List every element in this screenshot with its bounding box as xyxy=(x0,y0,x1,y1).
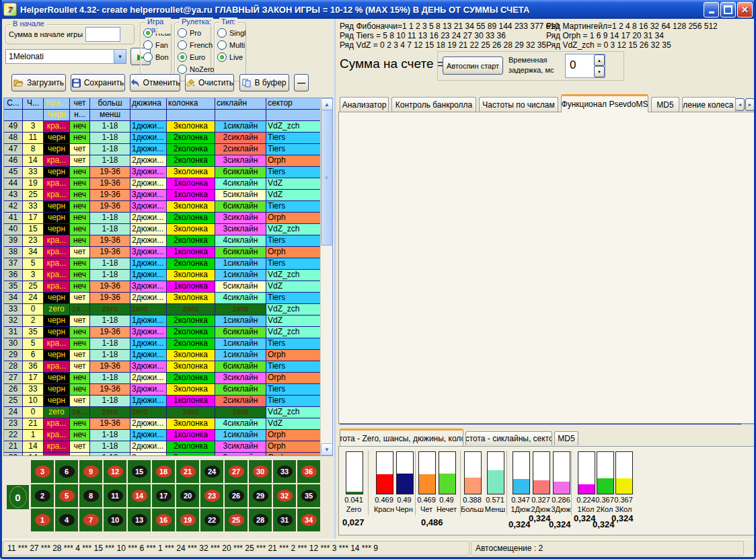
scroll-thumb[interactable]: ≡ xyxy=(321,110,333,246)
board-cell-19[interactable]: 19 xyxy=(176,509,199,531)
table-cell: 21 xyxy=(23,418,44,430)
board-cell-28[interactable]: 28 xyxy=(249,509,272,531)
tab-wheel-division[interactable]: Деление колеса на xyxy=(682,97,736,112)
board-cell-20[interactable]: 20 xyxy=(176,484,199,507)
radio-fan[interactable]: Fan xyxy=(143,39,171,51)
board-cell-2[interactable]: 2 xyxy=(31,484,54,507)
undo-button[interactable]: Отменить xyxy=(130,74,180,91)
freq-tab-md5[interactable]: MD5 xyxy=(554,431,578,445)
board-cell-33[interactable]: 33 xyxy=(273,460,296,483)
save-button[interactable]: Сохранить xyxy=(71,74,125,91)
table-cell: 31 xyxy=(4,327,23,338)
start-sum-input[interactable] xyxy=(85,27,120,42)
board-cell-16[interactable]: 16 xyxy=(152,509,175,531)
board-cell-17[interactable]: 17 xyxy=(152,484,175,507)
table-row: 3135черннеч19-363дюжи...2колонка6сиклайн… xyxy=(4,327,322,338)
tab-bankroll[interactable]: Контроль банкролла xyxy=(391,97,476,112)
load-button[interactable]: Загрузить xyxy=(11,74,66,91)
radio-french[interactable]: French xyxy=(178,39,211,51)
clear-button[interactable]: Очистить xyxy=(185,74,234,91)
board-cell-12[interactable]: 12 xyxy=(104,460,126,483)
copy-buffer-button[interactable]: В буфер xyxy=(239,74,289,91)
spinner-down-button[interactable]: ▼ xyxy=(594,66,605,77)
radio-dot[interactable] xyxy=(217,40,227,50)
tab-md5[interactable]: MD5 xyxy=(651,97,679,112)
maximize-button[interactable] xyxy=(720,2,736,17)
spinner-up-button[interactable]: ▲ xyxy=(594,54,605,66)
freq-tab-zero-chances[interactable]: Частота - Zero, шансы, дюжины, колонки xyxy=(340,428,463,446)
board-cell-0[interactable]: 0 xyxy=(7,485,29,509)
radio-dot[interactable] xyxy=(178,65,187,74)
board-cell-4[interactable]: 4 xyxy=(55,509,78,531)
board-cell-29[interactable]: 29 xyxy=(249,484,272,507)
combo-dropdown-button[interactable]: ▼ xyxy=(114,50,126,63)
radio-dot[interactable] xyxy=(143,40,153,50)
table-cell: 2сиклайн xyxy=(215,133,266,144)
board-cell-10[interactable]: 10 xyxy=(104,509,126,531)
radio-dot[interactable] xyxy=(143,28,153,38)
tab-psevdoms[interactable]: Функционал PsevdoMS xyxy=(561,94,648,112)
spins-table-scrollbar[interactable]: ▲≡▼ xyxy=(320,98,332,455)
table-cell: Tiers xyxy=(266,384,322,396)
table-cell: 19-36 xyxy=(90,201,130,213)
board-cell-1[interactable]: 1 xyxy=(31,509,54,531)
minimize-button[interactable] xyxy=(704,2,719,17)
board-number: 34 xyxy=(301,514,317,526)
board-cell-14[interactable]: 14 xyxy=(128,484,151,507)
radio-dot[interactable] xyxy=(217,28,227,38)
table-cell: 35 xyxy=(4,281,23,293)
table-cell: Tiers xyxy=(266,235,322,247)
preset-combo[interactable]: 1Melonati ▼ xyxy=(5,49,126,64)
board-cell-22[interactable]: 22 xyxy=(200,509,223,531)
radio-bon[interactable]: Bon xyxy=(143,51,171,63)
freq-reference: 0,324 xyxy=(529,513,551,523)
board-cell-30[interactable]: 30 xyxy=(249,460,272,483)
board-cell-36[interactable]: 36 xyxy=(297,460,320,483)
board-cell-34[interactable]: 34 xyxy=(297,509,320,531)
radio-pro[interactable]: Pro xyxy=(178,27,211,39)
radio-dot[interactable] xyxy=(217,52,227,62)
resize-grip[interactable] xyxy=(745,539,754,557)
radio-multi[interactable]: Multi xyxy=(217,39,245,51)
board-cell-11[interactable]: 11 xyxy=(104,484,126,507)
board-cell-5[interactable]: 5 xyxy=(55,484,78,507)
board-cell-31[interactable]: 31 xyxy=(273,509,296,531)
table-cell: 14 xyxy=(23,155,44,167)
board-cell-13[interactable]: 13 xyxy=(128,509,151,531)
board-cell-3[interactable]: 3 xyxy=(31,460,54,483)
tab-freq-numbers[interactable]: Частоты по числам xyxy=(479,97,558,112)
board-cell-25[interactable]: 25 xyxy=(225,509,248,531)
radio-dot[interactable] xyxy=(178,52,187,62)
board-cell-32[interactable]: 32 xyxy=(273,484,296,507)
board-cell-24[interactable]: 24 xyxy=(200,460,223,483)
board-cell-27[interactable]: 27 xyxy=(225,460,248,483)
scroll-down-button[interactable]: ▼ xyxy=(321,443,333,455)
tab-analizator[interactable]: Анализатор xyxy=(340,97,389,112)
delay-spinner[interactable]: 0 ▲ ▼ xyxy=(565,54,605,78)
autospin-button[interactable]: Автоспин старт xyxy=(443,57,503,75)
scroll-up-button[interactable]: ▲ xyxy=(321,98,333,110)
close-button[interactable]: ✕ xyxy=(737,2,753,17)
freq-tab-sixlines-sectors[interactable]: Частота - сиклайны, сектора xyxy=(465,431,552,445)
radio-dot[interactable] xyxy=(178,40,187,50)
board-cell-8[interactable]: 8 xyxy=(79,484,102,507)
board-cell-21[interactable]: 21 xyxy=(176,460,199,483)
freq-bar-fill xyxy=(616,478,632,494)
board-cell-18[interactable]: 18 xyxy=(152,460,175,483)
table-cell: 47 xyxy=(4,144,23,155)
collapse-button[interactable]: — xyxy=(294,74,309,91)
board-cell-15[interactable]: 15 xyxy=(128,460,151,483)
board-cell-23[interactable]: 23 xyxy=(200,484,223,507)
board-cell-6[interactable]: 6 xyxy=(55,460,78,483)
tabs-scroll-right-button[interactable]: ► xyxy=(745,98,755,111)
board-cell-26[interactable]: 26 xyxy=(225,484,248,507)
radio-singl[interactable]: Singl xyxy=(217,27,245,39)
radio-euro[interactable]: Euro xyxy=(178,51,211,63)
radio-live[interactable]: Live xyxy=(217,51,245,63)
board-cell-9[interactable]: 9 xyxy=(79,460,102,483)
board-cell-35[interactable]: 35 xyxy=(297,484,320,507)
radio-dot[interactable] xyxy=(178,28,187,38)
tabs-scroll-left-button[interactable]: ◄ xyxy=(735,98,745,111)
radio-dot[interactable] xyxy=(143,52,153,62)
board-cell-7[interactable]: 7 xyxy=(79,509,102,531)
